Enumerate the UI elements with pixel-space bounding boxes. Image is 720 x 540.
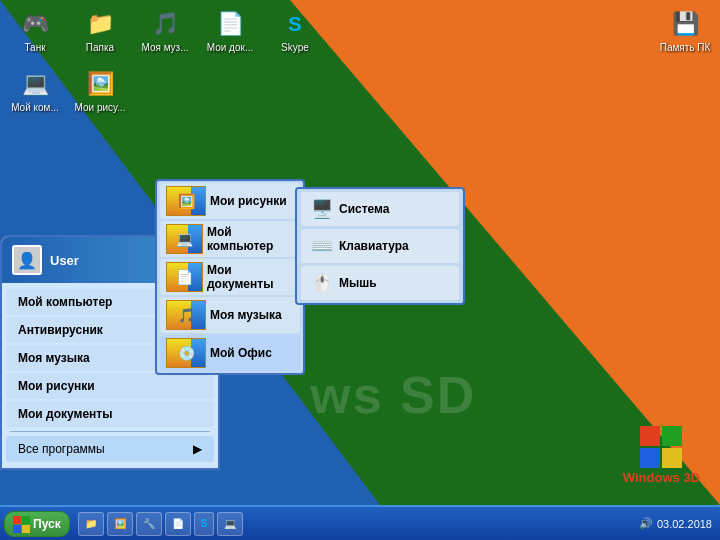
- sistema-icon: 🖥️: [311, 198, 333, 220]
- windows-logo-grid: [640, 426, 682, 468]
- start-button[interactable]: Пуск: [4, 511, 70, 537]
- taskbar-icon-2: 🖼️: [114, 518, 126, 529]
- mypics-label: Мои рису...: [75, 102, 126, 114]
- desktop-icon-skype[interactable]: S Skype: [265, 5, 325, 57]
- taskbar-item-1[interactable]: 📁: [78, 512, 104, 536]
- taskbar-icon-3: 🔧: [143, 518, 155, 529]
- submenu-mydocs[interactable]: 📄 Мои документы: [160, 259, 300, 295]
- submenu-myoffice[interactable]: 💿 Мой Офис: [160, 335, 300, 371]
- tank-label: Танк: [24, 42, 45, 54]
- taskbar-icon-1: 📁: [85, 518, 97, 529]
- win-q3: [13, 525, 21, 533]
- win-q1: [13, 516, 21, 524]
- windows-logo: Windows 3D: [623, 426, 700, 485]
- docs-icon: 📄: [214, 8, 246, 40]
- logo-red: [640, 426, 660, 446]
- taskbar-icon-5: 💻: [224, 518, 236, 529]
- menu-item-mypictures[interactable]: Мои рисунки: [6, 373, 214, 399]
- submenu-mycomputer-label: Мой компьютер: [207, 225, 294, 253]
- taskbar-item-5[interactable]: 💻: [217, 512, 243, 536]
- desktop-icons-row2: 💻 Мой ком... 🖼️ Мои рису...: [5, 65, 130, 117]
- desktop: ws SD Windows 3D 🎮 Танк 📁 Папка 🎵 Моя му…: [0, 0, 720, 505]
- username: User: [50, 253, 79, 268]
- taskbar-skype-icon: S: [201, 518, 208, 529]
- submenu-mymusic-label: Моя музыка: [210, 308, 282, 322]
- desktop-icon-memory[interactable]: 💾 Память ПК: [655, 5, 715, 57]
- skype-label: Skype: [281, 42, 309, 54]
- submenu-mycomputer[interactable]: 💻 Мой компьютер: [160, 221, 300, 257]
- mysh-label: Мышь: [339, 276, 377, 290]
- menu-item-mydocs[interactable]: Мои документы: [6, 401, 214, 427]
- klaviatura-label: Клавиатура: [339, 239, 409, 253]
- logo-blue: [640, 448, 660, 468]
- mypics-icon: 🖼️: [84, 68, 116, 100]
- logo-yellow: [662, 448, 682, 468]
- myoffice-panel: 🖥️ Система ⌨️ Клавиатура 🖱️ Мышь: [295, 187, 465, 305]
- memory-icon: 💾: [669, 8, 701, 40]
- taskbar-tray: 🔊 03.02.2018: [631, 517, 720, 530]
- myoffice-sistema[interactable]: 🖥️ Система: [301, 192, 459, 226]
- all-programs-label: Все программы: [18, 442, 105, 456]
- submenu-mymusic[interactable]: 🎵 Моя музыка: [160, 297, 300, 333]
- windows-logo-text: Windows 3D: [623, 470, 700, 485]
- desktop-icon-mypics[interactable]: 🖼️ Мои рису...: [70, 65, 130, 117]
- win-q4: [22, 525, 30, 533]
- folder-icon: 📁: [84, 8, 116, 40]
- taskbar-item-3[interactable]: 🔧: [136, 512, 162, 536]
- submenu-mydocs-label: Мои документы: [207, 263, 294, 291]
- desktop-icon-folder[interactable]: 📁 Папка: [70, 5, 130, 57]
- taskbar-item-2[interactable]: 🖼️: [107, 512, 133, 536]
- memory-label: Память ПК: [660, 42, 711, 54]
- chevron-right-icon: ▶: [193, 442, 202, 456]
- folder-label: Папка: [86, 42, 114, 54]
- desktop-icons-row1: 🎮 Танк 📁 Папка 🎵 Моя муз... 📄 Мои док...…: [5, 5, 325, 57]
- desktop-icon-music[interactable]: 🎵 Моя муз...: [135, 5, 195, 57]
- mycomp-icon: 💻: [19, 68, 51, 100]
- clock: 03.02.2018: [657, 518, 712, 530]
- desktop-icon-mycomp[interactable]: 💻 Мой ком...: [5, 65, 65, 117]
- taskbar-items: 📁 🖼️ 🔧 📄 S 💻: [74, 512, 631, 536]
- windows-text: Wind: [623, 470, 655, 485]
- start-windows-icon: [13, 516, 29, 532]
- taskbar-item-skype[interactable]: S: [194, 512, 215, 536]
- logo-highlight: ow: [654, 470, 672, 485]
- myoffice-mysh[interactable]: 🖱️ Мышь: [301, 266, 459, 300]
- volume-icon[interactable]: 🔊: [639, 517, 653, 530]
- tank-icon: 🎮: [19, 8, 51, 40]
- mouse-icon: 🖱️: [311, 272, 333, 294]
- docs-label: Мои док...: [207, 42, 253, 54]
- desktop-icon-tank[interactable]: 🎮 Танк: [5, 5, 65, 57]
- taskbar: Пуск 📁 🖼️ 🔧 📄 S 💻 🔊 03.02.2018: [0, 505, 720, 540]
- submenu-mypictures-label: Мои рисунки: [210, 194, 287, 208]
- myoffice-klaviatura[interactable]: ⌨️ Клавиатура: [301, 229, 459, 263]
- music-label: Моя муз...: [141, 42, 188, 54]
- music-icon: 🎵: [149, 8, 181, 40]
- start-label: Пуск: [33, 517, 61, 531]
- klaviatura-icon: ⌨️: [311, 235, 333, 257]
- logo-3d: 3D: [683, 470, 700, 485]
- win-q2: [22, 516, 30, 524]
- watermark: ws SD: [310, 365, 476, 425]
- mycomp-label: Мой ком...: [11, 102, 59, 114]
- submenu-myoffice-label: Мой Офис: [210, 346, 272, 360]
- sistema-label: Система: [339, 202, 390, 216]
- windows-text2: s: [673, 470, 684, 485]
- menu-divider: [10, 431, 210, 432]
- user-avatar: 👤: [12, 245, 42, 275]
- skype-icon: S: [279, 8, 311, 40]
- taskbar-item-4[interactable]: 📄: [165, 512, 191, 536]
- submenu-mypictures[interactable]: 🖼️ Мои рисунки: [160, 183, 300, 219]
- logo-green: [662, 426, 682, 446]
- programs-submenu: 🖼️ Мои рисунки 💻 Мой компьютер 📄 Мои док…: [155, 179, 305, 375]
- taskbar-icon-4: 📄: [172, 518, 184, 529]
- desktop-icon-docs[interactable]: 📄 Мои док...: [200, 5, 260, 57]
- all-programs-button[interactable]: Все программы ▶: [6, 436, 214, 462]
